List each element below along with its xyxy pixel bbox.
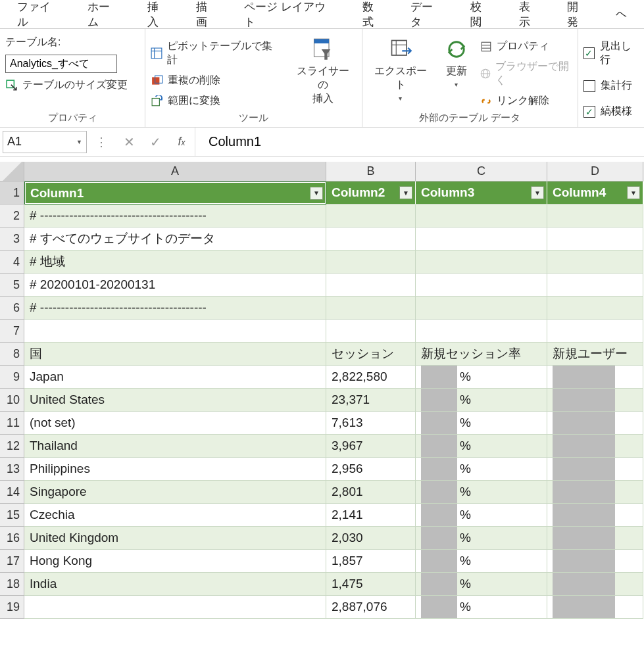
cell[interactable] [547,251,643,274]
cell[interactable] [326,204,416,228]
row-header[interactable]: 18 [0,573,24,596]
cell[interactable]: Singapore [24,481,326,504]
row-header[interactable]: 19 [0,596,24,619]
cell[interactable] [547,204,643,228]
cell[interactable]: # --------------------------------------… [24,297,326,320]
row-header[interactable]: 2 [0,204,24,228]
total-row-checkbox[interactable]: 集計行 [583,75,639,97]
table-name-input[interactable] [5,55,117,73]
cell[interactable] [547,550,643,573]
row-header[interactable]: 5 [0,274,24,297]
cell[interactable]: 2,956 [326,458,416,481]
cancel-formula-button[interactable]: ✕ [116,134,142,150]
cell[interactable] [326,297,416,320]
cell[interactable] [547,527,643,550]
cell[interactable] [416,320,547,343]
cell[interactable]: % [416,412,547,435]
filter-dropdown-button[interactable]: ▼ [310,187,323,200]
row-header[interactable]: 13 [0,458,24,481]
cell[interactable]: 新規ユーザー [547,343,643,366]
cell[interactable]: # --------------------------------------… [24,204,326,228]
cell[interactable] [326,274,416,297]
cell[interactable]: India [24,573,326,596]
convert-range-button[interactable]: 範囲に変換 [151,93,274,109]
cell[interactable]: Philippines [24,458,326,481]
row-header[interactable]: 14 [0,481,24,504]
cell[interactable]: % [416,458,547,481]
filter-dropdown-button[interactable]: ▼ [627,186,640,199]
insert-slicer-button[interactable]: スライサーの 挿入 [290,36,357,107]
cell[interactable] [547,481,643,504]
cell[interactable] [547,435,643,458]
cell[interactable]: % [416,481,547,504]
cell[interactable] [547,596,643,619]
cell[interactable]: Thailand [24,435,326,458]
cell[interactable]: % [416,366,547,389]
row-header[interactable]: 3 [0,228,24,251]
header-row-checkbox[interactable]: ✓ 見出し行 [583,36,639,71]
cell[interactable]: % [416,550,547,573]
resize-table-button[interactable]: テーブルのサイズ変更 [5,77,139,93]
cell[interactable]: Column4▼ [547,181,643,204]
refresh-button[interactable]: 更新 ▾ [440,36,473,89]
formula-input[interactable] [195,128,644,156]
cell[interactable] [416,251,547,274]
cell[interactable]: % [416,527,547,550]
cell[interactable]: (not set) [24,412,326,435]
row-header[interactable]: 7 [0,320,24,343]
cell[interactable]: United States [24,389,326,412]
cell[interactable] [547,320,643,343]
cell[interactable]: 2,801 [326,481,416,504]
cell[interactable] [416,228,547,251]
cell[interactable]: % [416,596,547,619]
cell[interactable] [416,204,547,228]
select-all-corner[interactable] [0,162,24,181]
table-properties-button[interactable]: プロパティ [480,38,572,55]
name-box[interactable]: A1 ▼ [3,131,87,153]
cell[interactable] [547,412,643,435]
cell[interactable] [416,274,547,297]
cell[interactable]: Japan [24,366,326,389]
row-header[interactable]: 12 [0,435,24,458]
cell[interactable] [547,366,643,389]
cell[interactable] [24,320,326,343]
remove-duplicates-button[interactable]: 重複の削除 [151,72,274,89]
cell[interactable]: 国 [24,343,326,366]
cell[interactable] [547,573,643,596]
cell[interactable] [547,228,643,251]
cell[interactable]: 3,967 [326,435,416,458]
insert-function-button[interactable]: fx [168,135,195,149]
tab-help[interactable]: ヘ [603,0,640,28]
row-header[interactable]: 17 [0,550,24,573]
cell[interactable] [326,228,416,251]
filter-dropdown-button[interactable]: ▼ [531,186,544,199]
cell[interactable]: % [416,573,547,596]
cell[interactable] [547,274,643,297]
row-header[interactable]: 8 [0,343,24,366]
cell[interactable]: 2,141 [326,504,416,527]
column-header-A[interactable]: A [24,162,326,181]
cell[interactable] [547,297,643,320]
unlink-button[interactable]: リンク解除 [480,93,572,109]
row-header[interactable]: 11 [0,412,24,435]
banded-rows-checkbox[interactable]: ✓ 縞模様 [583,101,639,122]
cell[interactable]: 2,030 [326,527,416,550]
cell[interactable]: United Kingdom [24,527,326,550]
cell[interactable]: % [416,504,547,527]
row-header[interactable]: 4 [0,251,24,274]
cell[interactable]: 2,822,580 [326,366,416,389]
enter-formula-button[interactable]: ✓ [142,134,168,150]
cell[interactable] [326,320,416,343]
row-header[interactable]: 6 [0,297,24,320]
worksheet-grid[interactable]: A B C D 1Column1▼Column2▼Column3▼Column4… [0,162,644,619]
column-header-B[interactable]: B [326,162,416,181]
column-header-D[interactable]: D [547,162,643,181]
pivot-summarize-button[interactable]: ピボットテーブルで集計 [151,38,274,68]
row-header[interactable]: 16 [0,527,24,550]
cell[interactable]: 7,613 [326,412,416,435]
row-header[interactable]: 9 [0,366,24,389]
cell[interactable] [416,297,547,320]
cell[interactable]: 23,371 [326,389,416,412]
cell[interactable] [547,504,643,527]
cell[interactable]: % [416,389,547,412]
